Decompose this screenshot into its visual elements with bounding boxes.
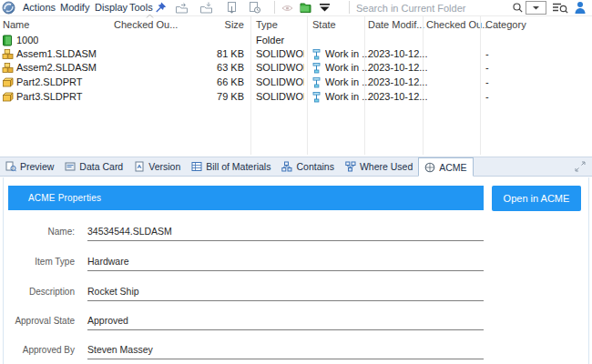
- file-category: -: [485, 91, 489, 102]
- file-date: 2023-10-12...: [368, 62, 427, 73]
- column-header-date[interactable]: Date Modif...: [368, 19, 424, 30]
- file-size: 66 KB: [182, 76, 244, 87]
- assembly-icon: [2, 48, 14, 60]
- file-size: 81 KB: [182, 48, 244, 59]
- file-state: Work in ...: [325, 76, 370, 87]
- column-header-name[interactable]: Name: [3, 19, 29, 30]
- green-folder-icon[interactable]: [299, 1, 312, 15]
- where-used-icon: [345, 161, 356, 172]
- file-name: 1000: [16, 35, 38, 46]
- workflow-state-icon: [312, 92, 322, 103]
- tab-label: Bill of Materials: [206, 161, 270, 172]
- field-approval-state: Approval State Approved: [4, 313, 484, 330]
- column-header-state[interactable]: State: [312, 19, 336, 30]
- field-name: Name: 34534544.SLDASM: [4, 224, 484, 241]
- file-type: SOLIDWOR...: [256, 91, 304, 102]
- advanced-search-icon[interactable]: [552, 2, 568, 14]
- tab-data-card[interactable]: Data Card: [59, 157, 128, 176]
- main-toolbar: Actions Modify Display Tools: [0, 0, 592, 16]
- history-icon[interactable]: [248, 1, 261, 15]
- acme-icon: [424, 162, 435, 173]
- file-category: -: [485, 76, 489, 87]
- file-state: Work in ...: [325, 62, 370, 73]
- column-header-size[interactable]: Size: [187, 19, 244, 30]
- field-value[interactable]: 34534544.SLDASM: [87, 224, 484, 241]
- menu-modify[interactable]: Modify: [60, 2, 89, 13]
- tab-where-used[interactable]: Where Used: [340, 157, 418, 176]
- data-card-icon: [65, 161, 76, 172]
- field-value[interactable]: Approved: [87, 313, 484, 330]
- field-label: Approval State: [4, 316, 75, 326]
- file-name: Part3.SLDPRT: [16, 91, 83, 102]
- file-category: -: [485, 48, 489, 59]
- table-row[interactable]: Assem2.SLDASM 63 KB SOLIDWOR... Work in …: [0, 62, 592, 76]
- tab-label: Contains: [296, 161, 333, 172]
- file-size: 79 KB: [182, 91, 244, 102]
- table-row[interactable]: Part3.SLDPRT 79 KB SOLIDWOR... Work in .…: [0, 91, 592, 105]
- field-approved-by: Approved By Steven Massey: [4, 342, 484, 359]
- search-input[interactable]: [354, 1, 508, 15]
- user-icon[interactable]: [574, 1, 587, 15]
- open-in-acme-button[interactable]: Open in ACME: [492, 186, 581, 211]
- field-label: Approved By: [4, 345, 75, 355]
- table-row-folder[interactable]: 1000 Folder: [0, 35, 592, 48]
- file-date: 2023-10-12...: [368, 76, 427, 87]
- field-value[interactable]: Steven Massey: [87, 342, 484, 359]
- tab-version[interactable]: Version: [128, 157, 186, 176]
- display-filter-icon[interactable]: [318, 1, 332, 15]
- search-dropdown[interactable]: [526, 1, 546, 15]
- column-header-checked-out[interactable]: Checked Ou...: [114, 19, 178, 30]
- pdm-logo-icon: [2, 1, 15, 15]
- workflow-state-icon: [312, 77, 322, 88]
- part-icon: [2, 91, 14, 103]
- check-out-icon[interactable]: [175, 1, 189, 15]
- search-area: [350, 0, 592, 15]
- table-row[interactable]: Part2.SLDPRT 66 KB SOLIDWOR... Work in .…: [0, 76, 592, 90]
- pin-icon[interactable]: [154, 1, 168, 15]
- workflow-state-icon: [312, 49, 322, 60]
- table-row[interactable]: Assem1.SLDASM 81 KB SOLIDWOR... Work in …: [0, 48, 592, 62]
- tab-label: Version: [148, 161, 180, 172]
- menu-display[interactable]: Display: [95, 2, 128, 13]
- tab-label: Preview: [20, 161, 54, 172]
- expand-panel-icon[interactable]: [574, 160, 587, 173]
- version-icon: [134, 161, 145, 172]
- get-latest-icon[interactable]: [225, 1, 239, 15]
- acme-panel: ACME Properties Open in ACME Name: 34534…: [3, 177, 589, 364]
- column-header-category[interactable]: Category: [485, 19, 526, 30]
- menu-actions[interactable]: Actions: [23, 2, 56, 13]
- tab-label: ACME: [439, 162, 466, 173]
- bottom-tab-bar: Preview Data Card Version Bill of Materi…: [0, 157, 592, 177]
- assembly-icon: [2, 62, 14, 74]
- preview-eye-icon[interactable]: [281, 1, 294, 15]
- file-name: Assem2.SLDASM: [16, 62, 97, 73]
- file-state: Work in ...: [325, 91, 370, 102]
- tab-contains[interactable]: Contains: [276, 157, 339, 176]
- field-label: Item Type: [4, 257, 75, 267]
- field-item-type: Item Type Hardware: [4, 254, 484, 271]
- toolbar-separator: [274, 1, 275, 14]
- file-name: Assem1.SLDASM: [16, 48, 97, 59]
- field-value[interactable]: Hardware: [87, 254, 484, 271]
- file-type: Folder: [256, 35, 304, 46]
- field-label: Description: [4, 287, 75, 297]
- tab-label: Data Card: [79, 161, 123, 172]
- column-header-type[interactable]: Type: [256, 19, 278, 30]
- search-icon[interactable]: [512, 2, 524, 14]
- field-value[interactable]: Rocket Ship: [87, 284, 484, 301]
- tab-acme[interactable]: ACME: [418, 157, 473, 177]
- field-label: Name:: [4, 227, 75, 237]
- tab-label: Where Used: [360, 161, 413, 172]
- workflow-state-icon: [312, 63, 322, 74]
- preview-icon: [5, 161, 16, 172]
- tab-preview[interactable]: Preview: [0, 157, 59, 176]
- part-icon: [2, 76, 14, 88]
- file-name: Part2.SLDPRT: [16, 76, 83, 87]
- file-date: 2023-10-12...: [368, 91, 427, 102]
- file-type: SOLIDWOR...: [256, 62, 304, 73]
- chevron-down-icon: [532, 5, 540, 11]
- tab-bill-of-materials[interactable]: Bill of Materials: [186, 157, 276, 176]
- menu-tools[interactable]: Tools: [129, 2, 153, 13]
- check-in-icon[interactable]: [199, 1, 213, 15]
- bom-icon: [191, 161, 202, 172]
